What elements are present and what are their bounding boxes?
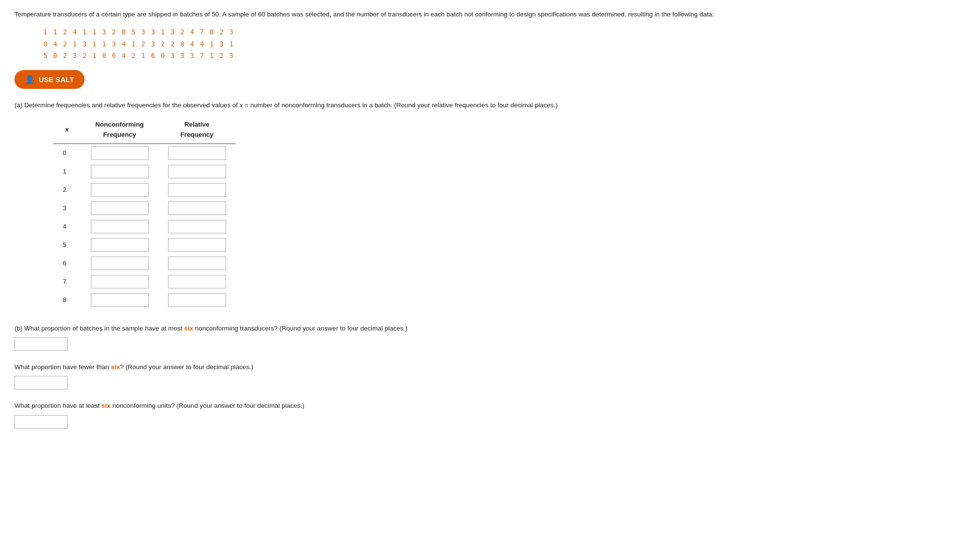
table-row: 7 <box>53 273 236 291</box>
relative-freq-cell <box>158 217 236 236</box>
frequency-table: x NonconformingFrequency RelativeFrequen… <box>53 118 236 309</box>
relative-freq-cell <box>158 273 236 291</box>
nonconforming-freq-cell <box>81 199 158 217</box>
relative-freq-input[interactable] <box>168 293 226 307</box>
part-b-highlight: six <box>184 325 193 332</box>
x-value-cell: 7 <box>53 273 81 291</box>
nonconforming-freq-cell <box>81 217 158 236</box>
nonconforming-freq-input[interactable] <box>91 201 149 215</box>
table-row: 4 <box>53 217 236 236</box>
part-c-input[interactable] <box>14 376 68 389</box>
relative-freq-input[interactable] <box>168 238 226 252</box>
x-value-cell: 2 <box>53 181 81 199</box>
part-d-question: What proportion have at least six noncon… <box>14 401 966 411</box>
nonconforming-freq-cell <box>81 236 158 254</box>
nonconforming-freq-cell <box>81 273 158 291</box>
relative-freq-cell <box>158 236 236 254</box>
nonconforming-freq-cell <box>81 291 158 309</box>
nonconforming-freq-input[interactable] <box>91 238 149 252</box>
nonconforming-freq-cell <box>81 181 158 199</box>
table-row: 5 <box>53 236 236 254</box>
part-a-label: (a) Determine frequencies and relative f… <box>14 101 966 110</box>
part-d-highlight: six <box>101 402 111 409</box>
section-d: What proportion have at least six noncon… <box>14 401 966 428</box>
relative-freq-cell <box>158 291 236 309</box>
nonconforming-freq-input[interactable] <box>91 257 149 270</box>
section-b: (b) What proportion of batches in the sa… <box>14 324 966 351</box>
part-c-question: What proportion have fewer than six? (Ro… <box>14 362 966 372</box>
relative-freq-input[interactable] <box>168 201 226 215</box>
relative-freq-input[interactable] <box>168 165 226 178</box>
x-value-cell: 8 <box>53 291 81 309</box>
x-value-cell: 4 <box>53 217 81 236</box>
nonconforming-freq-cell <box>81 144 158 162</box>
relative-freq-cell <box>158 144 236 162</box>
salt-icon: 👤 <box>25 75 35 84</box>
relative-freq-input[interactable] <box>168 257 226 270</box>
relative-freq-cell <box>158 162 236 181</box>
nonconforming-freq-input[interactable] <box>91 165 149 178</box>
x-value-cell: 3 <box>53 199 81 217</box>
intro-text: Temperature transducers of a certain typ… <box>14 10 966 19</box>
table-row: 0 <box>53 144 236 162</box>
nonconforming-freq-input[interactable] <box>91 220 149 233</box>
col-header-nonconforming: NonconformingFrequency <box>81 118 158 144</box>
section-c: What proportion have fewer than six? (Ro… <box>14 362 966 389</box>
nonconforming-freq-input[interactable] <box>91 293 149 307</box>
table-row: 6 <box>53 254 236 273</box>
part-c-highlight: six <box>111 363 120 371</box>
use-salt-button[interactable]: 👤 USE SALT <box>14 70 85 89</box>
relative-freq-input[interactable] <box>168 146 226 160</box>
col-header-relative: RelativeFrequency <box>158 118 236 144</box>
nonconforming-freq-input[interactable] <box>91 146 149 160</box>
x-value-cell: 5 <box>53 236 81 254</box>
nonconforming-freq-cell <box>81 162 158 181</box>
salt-button-label: USE SALT <box>39 75 74 84</box>
table-row: 2 <box>53 181 236 199</box>
relative-freq-input[interactable] <box>168 183 226 197</box>
col-header-x: x <box>53 118 81 144</box>
data-row-3: 5 0 2 3 2 1 0 6 4 2 1 6 0 3 3 3 7 1 2 3 <box>43 51 966 60</box>
relative-freq-cell <box>158 254 236 273</box>
nonconforming-freq-input[interactable] <box>91 275 149 288</box>
nonconforming-freq-input[interactable] <box>91 183 149 197</box>
data-row-1: 1 1 2 4 1 1 3 2 0 5 3 3 1 3 2 4 7 0 2 3 <box>43 27 966 37</box>
relative-freq-input[interactable] <box>168 275 226 288</box>
x-value-cell: 1 <box>53 162 81 181</box>
table-row: 8 <box>53 291 236 309</box>
table-row: 3 <box>53 199 236 217</box>
relative-freq-input[interactable] <box>168 220 226 233</box>
relative-freq-cell <box>158 181 236 199</box>
part-b-question: (b) What proportion of batches in the sa… <box>14 324 966 333</box>
data-row-2: 0 4 2 1 3 1 1 3 4 1 2 3 2 2 8 4 4 1 3 1 <box>43 39 966 49</box>
x-value-cell: 6 <box>53 254 81 273</box>
part-b-input[interactable] <box>14 337 68 351</box>
part-d-input[interactable] <box>14 415 68 429</box>
data-grid: 1 1 2 4 1 1 3 2 0 5 3 3 1 3 2 4 7 0 2 3 … <box>14 27 966 60</box>
x-value-cell: 0 <box>53 144 81 162</box>
table-row: 1 <box>53 162 236 181</box>
nonconforming-freq-cell <box>81 254 158 273</box>
relative-freq-cell <box>158 199 236 217</box>
